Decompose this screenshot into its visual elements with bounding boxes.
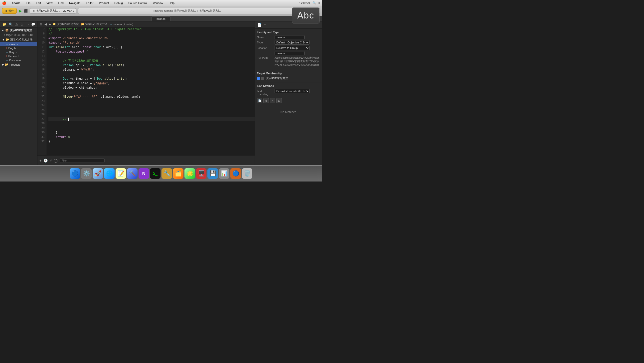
folder-icon: 📂 — [5, 63, 8, 66]
search-icon[interactable]: 🔍 — [312, 1, 316, 4]
code-content[interactable]: // Copyright (c) 2015年 itcast. All right… — [46, 27, 254, 155]
name-label: Name — [257, 36, 273, 39]
ts-circle-icon[interactable]: ○ — [270, 98, 275, 103]
menu-view[interactable]: View — [46, 1, 54, 5]
file-icon-m: m — [6, 43, 8, 46]
apple-menu[interactable]: 🍎 — [2, 1, 6, 5]
dock-app3[interactable]: 💾 — [208, 168, 218, 179]
scheme-icon: 🖥 — [32, 10, 35, 12]
location-filename-input[interactable] — [274, 51, 304, 55]
status-bar: Finished running 演示KVC常见方法：演示KVC常见方法 — [78, 8, 296, 14]
fullpath-value: /Users/apple/Desktop/0124iOS就业班/课程内容/UI基… — [274, 56, 320, 67]
location-select[interactable]: Relative to Group — [274, 46, 310, 50]
name-input[interactable] — [274, 35, 304, 39]
dock-xcode[interactable]: 🔨 — [127, 168, 138, 179]
text-encoding-label: Text Encoding — [257, 90, 273, 96]
run-button[interactable]: ▶ — [19, 8, 22, 13]
dock-trash[interactable]: 🗑️ — [242, 168, 252, 179]
file-icon-m3: m — [6, 59, 8, 62]
dock-app1[interactable]: 🌟 — [184, 168, 195, 179]
menu-help[interactable]: Help — [168, 1, 176, 5]
stop-button[interactable]: ⬛ — [24, 9, 28, 13]
dock-tools[interactable]: 🔧 — [162, 168, 172, 179]
scheme-selector[interactable]: 🖥 演示KVC常见方法 › | My Mac › — [30, 8, 76, 14]
func-icon: 𝑓 — [124, 22, 125, 26]
dock-safari[interactable]: 🌐 — [104, 168, 114, 179]
target-membership-title: Target Membership — [257, 72, 320, 75]
sidebar-file-person-m[interactable]: m Person.m — [0, 58, 37, 62]
menu-debug[interactable]: Debug — [113, 1, 124, 5]
dock-settings[interactable]: ⚙️ — [81, 168, 92, 179]
dock-finder[interactable]: 🔵 — [70, 168, 80, 179]
text-settings-icons: 📄 {} ○ ⊞ — [257, 96, 320, 103]
breadcrumb: 📁 演示KVC常见方法 › 📂 演示KVC常见方法 › m main.m › 𝑓… — [52, 22, 134, 26]
menu-xcode[interactable]: Xcode — [11, 1, 22, 5]
file-icon-h: h — [6, 47, 8, 50]
sidebar-bookmark-icon[interactable]: ◇ — [20, 22, 24, 26]
target-name: 演示KVC常见方法 — [266, 76, 288, 80]
fullpath-label: Full Path — [257, 56, 273, 59]
menu-navigate[interactable]: Navigate — [68, 1, 81, 5]
dock-rocket[interactable]: 🚀 — [92, 168, 103, 179]
warning-icon[interactable]: ◯ — [54, 158, 58, 162]
forward-btn[interactable]: ▶ — [48, 22, 52, 26]
folder-icon: 📂 — [6, 38, 9, 41]
menu-editor[interactable]: Editor — [85, 1, 94, 5]
add-icon[interactable]: + — [40, 158, 42, 162]
menu-find[interactable]: Find — [57, 1, 65, 5]
tab-bar: main.m — [0, 16, 322, 22]
right-panel: 📄 ? Identity and Type Name Type Default … — [254, 22, 322, 165]
dock-filezilla[interactable]: 🗂️ — [173, 168, 184, 179]
branch-icon[interactable]: ⑂ — [50, 158, 52, 162]
tab-main-m[interactable]: main.m — [151, 16, 171, 21]
ts-grid-icon[interactable]: ⊞ — [276, 98, 282, 103]
folder-icon: 📁 — [52, 22, 56, 26]
dock-app5[interactable]: 🔵 — [230, 168, 241, 179]
dock-app2[interactable]: 🖥️ — [196, 168, 206, 179]
menu-product[interactable]: Product — [98, 1, 110, 5]
sidebar-file-dog-m[interactable]: m Dog.m — [0, 50, 37, 54]
sidebar-history-icon[interactable]: ▭ — [25, 22, 30, 26]
sidebar-file-main-m[interactable]: m main.m — [0, 42, 37, 46]
products-label: Products — [10, 63, 20, 66]
menu-window[interactable]: Window — [152, 1, 164, 5]
list-icon[interactable]: ≡ — [318, 2, 320, 4]
sidebar-file-person-h[interactable]: h Person.h — [0, 54, 37, 58]
back-btn[interactable]: ◀ — [44, 22, 47, 26]
dock-terminal[interactable]: $_ — [150, 168, 160, 179]
type-label: Type — [257, 41, 273, 44]
dock-onenote[interactable]: N — [138, 168, 149, 179]
sidebar-search-icon[interactable]: 🔍 — [8, 22, 14, 26]
location-label: Location — [257, 46, 273, 50]
pause-button[interactable]: ⏸ 暂停 — [2, 8, 17, 14]
type-row: Type Default - Objective-C So... — [257, 40, 320, 45]
fullpath-row: Full Path /Users/apple/Desktop/0124iOS就业… — [257, 56, 320, 67]
folder2-icon: 📂 — [81, 22, 84, 26]
sidebar-group-main[interactable]: ▼ 📂 演示KVC常见方法 — [0, 37, 37, 42]
triangle-icon: ▼ — [2, 38, 5, 41]
sidebar-warning-icon[interactable]: ⚠ — [14, 22, 19, 26]
dock: 🔵 ⚙️ 🚀 🌐 📝 🔨 N $_ 🔧 🗂️ 🌟 🖥️ 💾 📊 🔵 🗑️ — [0, 165, 322, 182]
identity-title: Identity and Type — [257, 31, 320, 34]
help-icon[interactable]: ? — [264, 22, 266, 28]
sidebar-project-root[interactable]: ▼ 📦 演示KVC常见方法 — [0, 28, 37, 33]
menu-edit[interactable]: Edit — [35, 1, 42, 5]
menu-source-control[interactable]: Source Control — [127, 1, 148, 5]
sidebar-chat-icon[interactable]: 💬 — [30, 22, 36, 26]
file-icon[interactable]: 📄 — [257, 22, 262, 28]
sidebar-group-products[interactable]: ▶ 📂 Products — [0, 62, 37, 67]
sidebar-folder-icon[interactable]: 📁 — [2, 22, 7, 26]
text-encoding-select[interactable]: Default - Unicode (UTF-8) — [274, 89, 310, 93]
type-select[interactable]: Default - Objective-C So... — [274, 40, 310, 45]
dock-notes[interactable]: 📝 — [116, 168, 126, 179]
dock-app4[interactable]: 📊 — [219, 168, 230, 179]
clock-icon[interactable]: 🕐 — [44, 158, 48, 162]
code-editor[interactable]: 7 8 9 10 11 12 13 14 15 16 17 18 19 20 2… — [38, 27, 254, 155]
target-checkbox[interactable]: ✓ — [257, 77, 260, 80]
ts-brace-icon[interactable]: {} — [263, 98, 269, 103]
grid-icon[interactable]: ⊞ — [40, 22, 43, 26]
menu-file[interactable]: File — [25, 1, 32, 5]
filter-input[interactable] — [60, 158, 104, 163]
sidebar-file-dog-h[interactable]: h Dog.h — [0, 46, 37, 50]
ts-file-icon[interactable]: 📄 — [257, 98, 262, 103]
